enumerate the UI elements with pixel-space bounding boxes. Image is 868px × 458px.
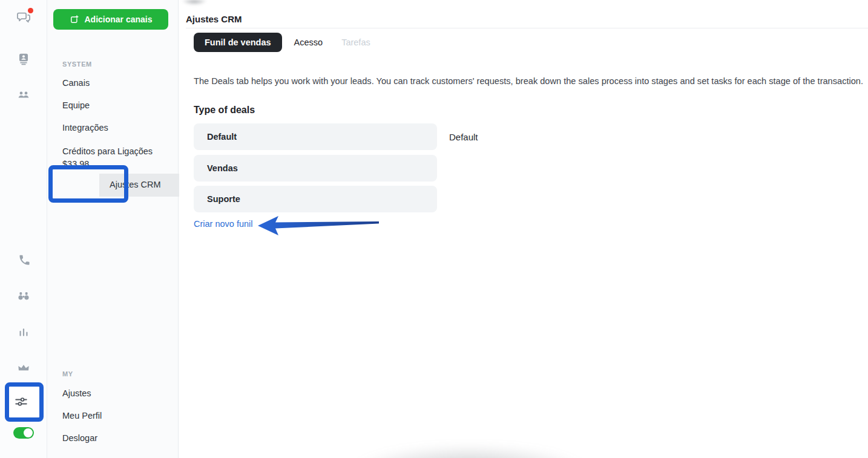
section-label-my: MY: [62, 370, 73, 378]
sidebar-item-ajustes-crm[interactable]: Ajustes CRM: [110, 180, 161, 189]
chats-icon[interactable]: [16, 10, 31, 25]
contacts-icon[interactable]: [16, 51, 31, 67]
toggle-knob: [24, 428, 33, 437]
team-icon[interactable]: [16, 87, 31, 103]
sidebar-item-canais[interactable]: Canais: [62, 78, 90, 88]
selected-deal-value: Default: [449, 132, 478, 142]
section-label-system: SYSTEM: [62, 61, 92, 68]
creditos-label: Créditos para Ligações: [62, 145, 153, 158]
icon-rail: [0, 0, 47, 458]
tab-tarefas[interactable]: Tarefas: [341, 38, 370, 47]
arrow-annotation: [254, 214, 383, 236]
sidebar-item-equipe[interactable]: Equipe: [62, 100, 90, 110]
sidebar-item-meu-perfil[interactable]: Meu Perfil: [62, 411, 102, 420]
add-channels-button[interactable]: Adicionar canais: [53, 9, 168, 30]
tab-funil-de-vendas[interactable]: Funil de vendas: [194, 33, 282, 52]
sidebar-item-integracoes[interactable]: Integrações: [62, 123, 108, 132]
add-channel-icon: [69, 15, 79, 25]
deal-row-vendas[interactable]: Vendas: [194, 155, 437, 182]
tab-acesso[interactable]: Acesso: [294, 38, 323, 47]
deal-row-suporte[interactable]: Suporte: [194, 186, 437, 212]
type-of-deals-heading: Type of deals: [194, 105, 255, 116]
settings-sidebar: Adicionar canais SYSTEM Canais Equipe In…: [47, 0, 179, 458]
sidebar-item-deslogar[interactable]: Deslogar: [62, 433, 97, 443]
crm-settings-panel: Ajustes CRM Funil de vendas Acesso Taref…: [179, 0, 868, 458]
add-channels-label: Adicionar canais: [84, 15, 152, 24]
status-toggle[interactable]: [13, 427, 34, 439]
subscription-icon[interactable]: [16, 359, 31, 375]
tab-bar: Funil de vendas Acesso Tarefas: [194, 33, 370, 52]
page-title: Ajustes CRM: [186, 14, 242, 24]
unread-badge: [28, 8, 33, 13]
settings-icon[interactable]: [13, 393, 30, 410]
calls-icon[interactable]: [16, 252, 31, 268]
deal-row-default[interactable]: Default: [194, 123, 437, 150]
create-funnel-link[interactable]: Criar novo funil: [194, 219, 253, 229]
creditos-value: $33.98: [62, 158, 153, 171]
search-icon[interactable]: [16, 288, 31, 304]
sidebar-item-creditos[interactable]: Créditos para Ligações $33.98: [62, 145, 153, 171]
stats-icon[interactable]: [16, 324, 31, 340]
sidebar-item-ajustes[interactable]: Ajustes: [62, 388, 91, 398]
deals-description: The Deals tab helps you work with your l…: [194, 75, 866, 87]
title-divider: [186, 28, 868, 28]
